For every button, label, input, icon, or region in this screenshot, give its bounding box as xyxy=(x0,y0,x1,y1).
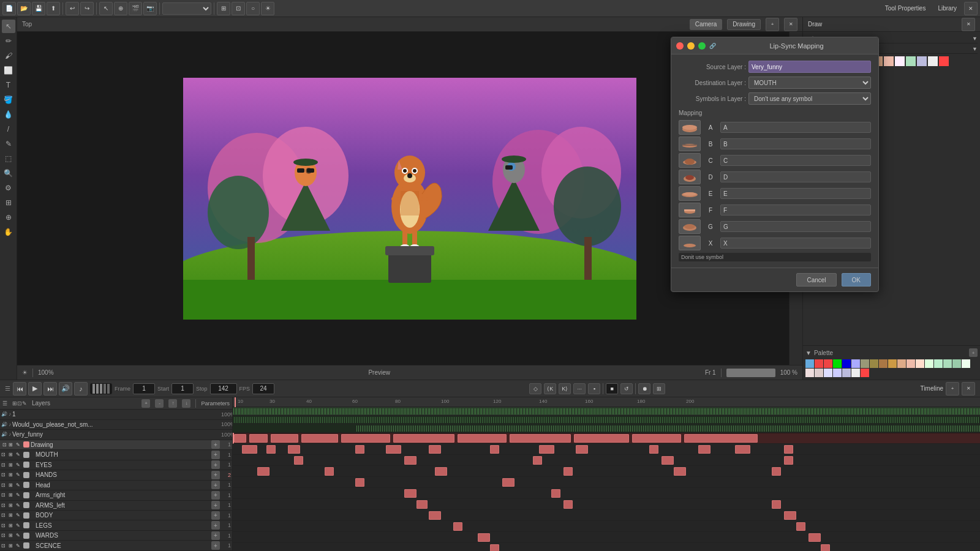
next-key-btn[interactable]: K⟩ xyxy=(559,383,571,394)
tl-tools-btn[interactable]: ··· xyxy=(573,383,586,394)
drawing-layer-add[interactable]: + xyxy=(211,440,220,449)
palette-color[interactable] xyxy=(916,359,924,368)
modal-close-btn[interactable] xyxy=(676,42,684,50)
layers-menu[interactable]: ☰ xyxy=(2,400,7,407)
add-layer-btn[interactable]: + xyxy=(141,399,150,408)
audio2-btn[interactable]: ♪ xyxy=(74,382,88,395)
arrow-tool[interactable]: ↖ xyxy=(2,20,15,33)
up-layer-btn[interactable]: ↑ xyxy=(168,399,177,408)
symbols-select[interactable]: Don't use any symbol xyxy=(748,92,871,105)
palette-color[interactable] xyxy=(805,369,814,377)
audio-btn[interactable]: 🔊 xyxy=(59,382,72,395)
palette-color[interactable] xyxy=(842,369,851,377)
armsright-layer[interactable]: ⊡ ⊞ ✎ Arms_right + 1 xyxy=(0,490,232,500)
tl-select-btn[interactable]: ▪ xyxy=(588,383,600,394)
text-tool[interactable]: T xyxy=(2,78,15,92)
play-btn[interactable]: ▶ xyxy=(28,382,42,395)
palette-color[interactable] xyxy=(805,359,814,368)
rigging-tool[interactable]: ⚙ xyxy=(2,181,15,195)
map-value-D[interactable] xyxy=(720,171,871,182)
fps-input[interactable] xyxy=(252,383,274,394)
legs-layer-add[interactable]: + xyxy=(211,521,220,530)
bone-tool[interactable]: ⊞ xyxy=(2,196,15,209)
stop-btn[interactable]: ■ xyxy=(606,383,618,394)
zoom-tool[interactable]: 🔍 xyxy=(2,167,15,180)
drawing-tab[interactable]: Drawing xyxy=(727,19,761,30)
undo-btn[interactable]: ↩ xyxy=(66,2,79,15)
modal-min-btn[interactable] xyxy=(687,42,695,50)
palette-color[interactable] xyxy=(888,359,897,368)
wards-layer[interactable]: ⊡ ⊞ ✎ WARDS + 1 xyxy=(0,531,232,541)
save-btn[interactable]: 💾 xyxy=(32,2,45,15)
armsright-layer-add[interactable]: + xyxy=(211,491,220,500)
drawing-layer[interactable]: ⊡ ⊞ ✎ Drawing + 1 xyxy=(0,440,232,450)
bitmap-expand[interactable]: ▼ xyxy=(972,46,978,52)
loop-btn[interactable]: ↺ xyxy=(620,383,633,394)
palette-color[interactable] xyxy=(824,359,832,368)
eyes-layer[interactable]: ⊡ ⊞ ✎ EYES + 1 xyxy=(0,460,232,470)
palette-color[interactable] xyxy=(952,359,961,368)
map-value-F[interactable] xyxy=(720,204,871,216)
right-panel-close[interactable]: ✕ xyxy=(962,18,975,31)
panel-close-btn[interactable]: ✕ xyxy=(964,2,978,15)
hands-layer[interactable]: ⊡ ⊞ ✎ HANDS + 2 xyxy=(0,470,232,480)
palette-color[interactable] xyxy=(934,359,943,368)
legs-layer[interactable]: ⊡ ⊞ ✎ LEGS + 1 xyxy=(0,520,232,530)
scence-layer-add[interactable]: + xyxy=(211,541,220,550)
map-value-G[interactable] xyxy=(720,221,871,232)
hand-tool[interactable]: ✋ xyxy=(2,225,15,239)
select-rect-tool[interactable]: ⬚ xyxy=(2,152,15,165)
palette-color[interactable] xyxy=(925,359,933,368)
palette-color[interactable] xyxy=(870,359,878,368)
map-value-A[interactable] xyxy=(720,122,871,133)
transform2-tool[interactable]: ⊕ xyxy=(2,211,15,224)
stop-input[interactable] xyxy=(210,383,237,394)
cancel-btn[interactable]: Cancel xyxy=(796,273,836,287)
tl-anim-btn[interactable]: ⊞ xyxy=(653,383,665,394)
export-btn[interactable]: ⬆ xyxy=(47,2,60,15)
palette-expand[interactable]: ▼ xyxy=(972,36,978,42)
grid-btn[interactable]: ⊞ xyxy=(217,2,230,15)
palette-color[interactable] xyxy=(815,369,823,377)
snap-btn[interactable]: ⊡ xyxy=(232,2,245,15)
eraser-tool[interactable]: ⬜ xyxy=(2,64,15,77)
mouth-layer-add[interactable]: + xyxy=(211,451,220,459)
camera-btn[interactable]: 📷 xyxy=(143,2,157,15)
scence-layer[interactable]: ⊡ ⊞ ✎ SCENCE + 1 xyxy=(0,541,232,550)
hands-layer-add[interactable]: + xyxy=(211,471,220,479)
color-swatch[interactable] xyxy=(917,56,927,66)
ok-btn[interactable]: OK xyxy=(842,273,871,287)
scene-btn[interactable]: 🎬 xyxy=(129,2,142,15)
palette-color[interactable] xyxy=(962,359,970,368)
color-swatch[interactable] xyxy=(928,56,938,66)
map-value-E[interactable] xyxy=(720,188,871,199)
armsleft-layer[interactable]: ⊡ ⊞ ✎ ARMS_left + 1 xyxy=(0,501,232,511)
palette-color[interactable] xyxy=(879,359,888,368)
palette-color[interactable] xyxy=(851,369,860,377)
body-layer-add[interactable]: + xyxy=(211,511,220,520)
frame-input[interactable] xyxy=(133,383,155,394)
mouth-layer[interactable]: ⊡ ⊞ ✎ MOUTH + 1 xyxy=(0,450,232,460)
palette-color[interactable] xyxy=(833,359,842,368)
select-btn[interactable]: ↖ xyxy=(99,2,113,15)
onion-btn[interactable]: ○ xyxy=(246,2,260,15)
palette-color[interactable] xyxy=(861,359,869,368)
palette-color[interactable] xyxy=(815,359,823,368)
palette-color[interactable] xyxy=(851,359,860,368)
source-layer-input[interactable] xyxy=(748,61,871,73)
palette-color[interactable] xyxy=(861,369,869,377)
start-input[interactable] xyxy=(172,383,194,394)
timeline-add-view[interactable]: + xyxy=(946,382,959,395)
camera-tab[interactable]: Camera xyxy=(690,19,723,30)
play-next-btn[interactable]: ⏭ xyxy=(43,382,57,395)
palette-color[interactable] xyxy=(833,369,842,377)
body-layer[interactable]: ⊡ ⊞ ✎ BODY + 1 xyxy=(0,511,232,520)
timeline-menu[interactable]: ☰ xyxy=(5,385,10,392)
redo-btn[interactable]: ↪ xyxy=(80,2,94,15)
new-btn[interactable]: 📄 xyxy=(2,2,16,15)
head-layer-add[interactable]: + xyxy=(211,481,220,489)
map-value-B[interactable] xyxy=(720,138,871,149)
view-dropdown[interactable]: Default xyxy=(162,2,211,15)
eyes-layer-add[interactable]: + xyxy=(211,460,220,469)
brush-tool[interactable]: 🖌 xyxy=(2,49,15,62)
